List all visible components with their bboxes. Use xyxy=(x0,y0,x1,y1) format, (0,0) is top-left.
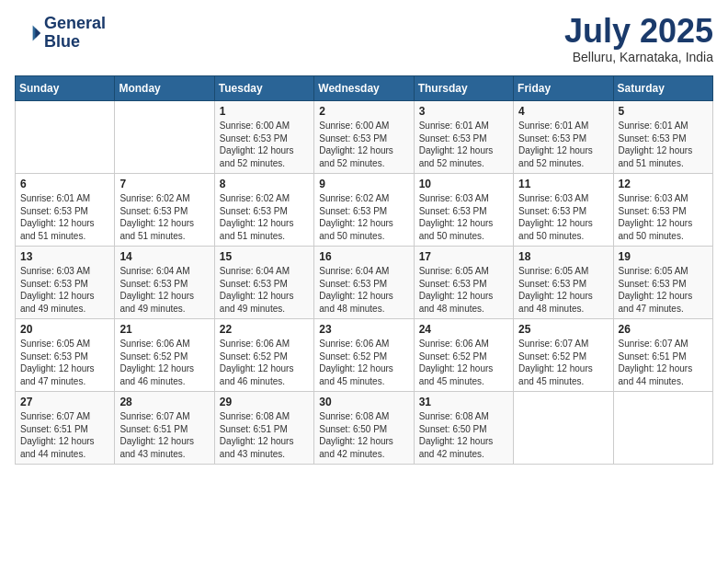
day-info: Sunrise: 6:01 AM Sunset: 6:53 PM Dayligh… xyxy=(20,192,109,242)
day-number: 10 xyxy=(419,178,508,190)
day-number: 7 xyxy=(119,178,209,190)
logo-icon xyxy=(15,20,40,46)
day-info: Sunrise: 6:05 AM Sunset: 6:53 PM Dayligh… xyxy=(518,265,608,315)
day-info: Sunrise: 6:00 AM Sunset: 6:53 PM Dayligh… xyxy=(319,120,408,169)
calendar-cell: 10Sunrise: 6:03 AM Sunset: 6:53 PM Dayli… xyxy=(414,174,513,247)
day-number: 22 xyxy=(220,323,309,336)
calendar-cell: 13Sunrise: 6:03 AM Sunset: 6:53 PM Dayli… xyxy=(16,247,115,319)
day-number: 8 xyxy=(220,178,309,190)
weekday-header: Thursday xyxy=(414,76,513,101)
day-info: Sunrise: 6:08 AM Sunset: 6:50 PM Dayligh… xyxy=(319,410,408,460)
day-number: 24 xyxy=(419,323,508,336)
calendar-cell: 14Sunrise: 6:04 AM Sunset: 6:53 PM Dayli… xyxy=(115,247,214,319)
calendar-cell: 29Sunrise: 6:08 AM Sunset: 6:51 PM Dayli… xyxy=(214,392,313,465)
calendar-cell: 31Sunrise: 6:08 AM Sunset: 6:50 PM Dayli… xyxy=(414,392,513,465)
calendar-cell: 30Sunrise: 6:08 AM Sunset: 6:50 PM Dayli… xyxy=(314,392,414,465)
day-info: Sunrise: 6:07 AM Sunset: 6:51 PM Dayligh… xyxy=(20,410,109,460)
day-number: 16 xyxy=(319,250,408,263)
day-info: Sunrise: 6:01 AM Sunset: 6:53 PM Dayligh… xyxy=(419,120,508,169)
calendar-cell: 11Sunrise: 6:03 AM Sunset: 6:53 PM Dayli… xyxy=(514,174,613,247)
day-number: 5 xyxy=(619,105,708,118)
calendar-cell: 20Sunrise: 6:05 AM Sunset: 6:53 PM Dayli… xyxy=(16,319,115,392)
weekday-header: Sunday xyxy=(16,76,115,101)
day-info: Sunrise: 6:06 AM Sunset: 6:52 PM Dayligh… xyxy=(319,338,408,387)
weekday-header: Friday xyxy=(514,76,613,101)
weekday-header: Wednesday xyxy=(314,76,414,101)
day-number: 4 xyxy=(518,105,608,118)
title-block: July 2025 Belluru, Karnataka, India xyxy=(564,15,713,64)
day-number: 1 xyxy=(220,105,309,118)
calendar-week-row: 27Sunrise: 6:07 AM Sunset: 6:51 PM Dayli… xyxy=(16,392,713,465)
calendar-cell xyxy=(613,392,712,465)
calendar-table: SundayMondayTuesdayWednesdayThursdayFrid… xyxy=(15,75,713,465)
day-number: 28 xyxy=(119,396,209,408)
day-info: Sunrise: 6:07 AM Sunset: 6:51 PM Dayligh… xyxy=(619,338,708,387)
day-number: 23 xyxy=(319,323,408,336)
day-info: Sunrise: 6:03 AM Sunset: 6:53 PM Dayligh… xyxy=(518,192,608,242)
day-info: Sunrise: 6:05 AM Sunset: 6:53 PM Dayligh… xyxy=(20,338,109,387)
day-number: 17 xyxy=(419,250,508,263)
day-number: 12 xyxy=(619,178,708,190)
day-number: 26 xyxy=(619,323,708,336)
day-number: 20 xyxy=(20,323,109,336)
day-number: 14 xyxy=(119,250,209,263)
calendar-week-row: 1Sunrise: 6:00 AM Sunset: 6:53 PM Daylig… xyxy=(16,101,713,174)
svg-marker-1 xyxy=(35,28,40,38)
calendar-cell xyxy=(115,101,214,174)
weekday-header: Monday xyxy=(115,76,214,101)
day-number: 30 xyxy=(319,396,408,408)
weekday-header-row: SundayMondayTuesdayWednesdayThursdayFrid… xyxy=(16,76,713,101)
day-info: Sunrise: 6:04 AM Sunset: 6:53 PM Dayligh… xyxy=(119,265,209,315)
calendar-cell: 23Sunrise: 6:06 AM Sunset: 6:52 PM Dayli… xyxy=(314,319,414,392)
day-info: Sunrise: 6:08 AM Sunset: 6:50 PM Dayligh… xyxy=(419,410,508,460)
day-number: 18 xyxy=(518,250,608,263)
calendar-cell: 6Sunrise: 6:01 AM Sunset: 6:53 PM Daylig… xyxy=(16,174,115,247)
calendar-cell: 4Sunrise: 6:01 AM Sunset: 6:53 PM Daylig… xyxy=(514,101,613,174)
day-info: Sunrise: 6:06 AM Sunset: 6:52 PM Dayligh… xyxy=(119,338,209,387)
day-info: Sunrise: 6:02 AM Sunset: 6:53 PM Dayligh… xyxy=(220,192,309,242)
weekday-header: Tuesday xyxy=(214,76,313,101)
day-info: Sunrise: 6:02 AM Sunset: 6:53 PM Dayligh… xyxy=(119,192,209,242)
calendar-cell xyxy=(514,392,613,465)
calendar-cell: 17Sunrise: 6:05 AM Sunset: 6:53 PM Dayli… xyxy=(414,247,513,319)
day-number: 31 xyxy=(419,396,508,408)
day-number: 9 xyxy=(319,178,408,190)
day-number: 3 xyxy=(419,105,508,118)
calendar-cell: 5Sunrise: 6:01 AM Sunset: 6:53 PM Daylig… xyxy=(613,101,712,174)
calendar-cell: 18Sunrise: 6:05 AM Sunset: 6:53 PM Dayli… xyxy=(514,247,613,319)
day-info: Sunrise: 6:03 AM Sunset: 6:53 PM Dayligh… xyxy=(20,265,109,315)
day-number: 15 xyxy=(220,250,309,263)
calendar-week-row: 6Sunrise: 6:01 AM Sunset: 6:53 PM Daylig… xyxy=(16,174,713,247)
calendar-cell: 22Sunrise: 6:06 AM Sunset: 6:52 PM Dayli… xyxy=(214,319,313,392)
day-number: 11 xyxy=(518,178,608,190)
calendar-cell: 26Sunrise: 6:07 AM Sunset: 6:51 PM Dayli… xyxy=(613,319,712,392)
page-header: General Blue July 2025 Belluru, Karnatak… xyxy=(15,15,713,64)
calendar-cell: 15Sunrise: 6:04 AM Sunset: 6:53 PM Dayli… xyxy=(214,247,313,319)
day-number: 21 xyxy=(119,323,209,336)
day-info: Sunrise: 6:08 AM Sunset: 6:51 PM Dayligh… xyxy=(220,410,309,460)
calendar-cell: 12Sunrise: 6:03 AM Sunset: 6:53 PM Dayli… xyxy=(613,174,712,247)
day-info: Sunrise: 6:03 AM Sunset: 6:53 PM Dayligh… xyxy=(419,192,508,242)
day-info: Sunrise: 6:04 AM Sunset: 6:53 PM Dayligh… xyxy=(319,265,408,315)
calendar-cell: 16Sunrise: 6:04 AM Sunset: 6:53 PM Dayli… xyxy=(314,247,414,319)
day-info: Sunrise: 6:00 AM Sunset: 6:53 PM Dayligh… xyxy=(220,120,309,169)
day-info: Sunrise: 6:04 AM Sunset: 6:53 PM Dayligh… xyxy=(220,265,309,315)
day-number: 27 xyxy=(20,396,109,408)
calendar-cell: 21Sunrise: 6:06 AM Sunset: 6:52 PM Dayli… xyxy=(115,319,214,392)
day-info: Sunrise: 6:07 AM Sunset: 6:52 PM Dayligh… xyxy=(518,338,608,387)
month-title: July 2025 xyxy=(564,15,713,48)
day-info: Sunrise: 6:06 AM Sunset: 6:52 PM Dayligh… xyxy=(419,338,508,387)
day-info: Sunrise: 6:05 AM Sunset: 6:53 PM Dayligh… xyxy=(619,265,708,315)
calendar-week-row: 13Sunrise: 6:03 AM Sunset: 6:53 PM Dayli… xyxy=(16,247,713,319)
calendar-cell: 1Sunrise: 6:00 AM Sunset: 6:53 PM Daylig… xyxy=(214,101,313,174)
day-number: 19 xyxy=(619,250,708,263)
day-info: Sunrise: 6:05 AM Sunset: 6:53 PM Dayligh… xyxy=(419,265,508,315)
day-number: 6 xyxy=(20,178,109,190)
day-info: Sunrise: 6:01 AM Sunset: 6:53 PM Dayligh… xyxy=(518,120,608,169)
calendar-cell: 28Sunrise: 6:07 AM Sunset: 6:51 PM Dayli… xyxy=(115,392,214,465)
calendar-cell: 8Sunrise: 6:02 AM Sunset: 6:53 PM Daylig… xyxy=(214,174,313,247)
weekday-header: Saturday xyxy=(613,76,712,101)
day-number: 13 xyxy=(20,250,109,263)
day-info: Sunrise: 6:06 AM Sunset: 6:52 PM Dayligh… xyxy=(220,338,309,387)
calendar-cell: 24Sunrise: 6:06 AM Sunset: 6:52 PM Dayli… xyxy=(414,319,513,392)
